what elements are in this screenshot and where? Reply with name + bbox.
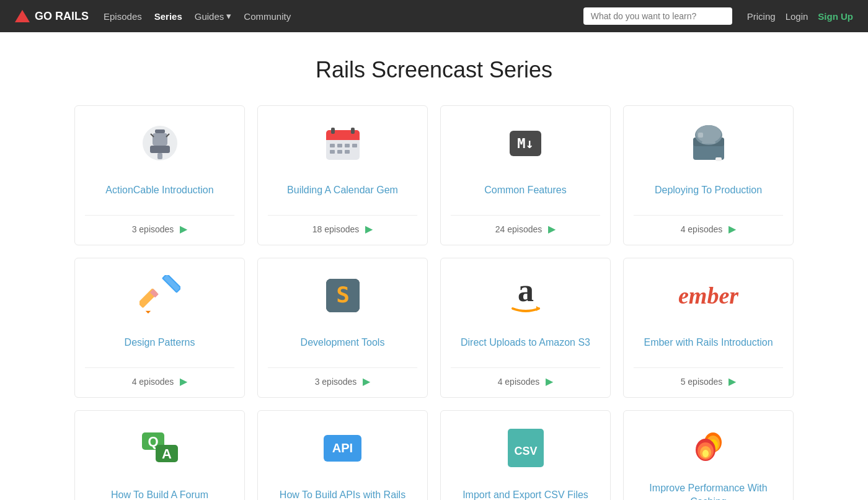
svg-rect-25 (715, 157, 722, 161)
series-footer: 24 episodes ▶ (451, 215, 600, 235)
series-card[interactable]: Building A Calendar Gem 18 episodes ▶ (257, 105, 428, 245)
svg-rect-9 (326, 136, 360, 140)
svg-rect-2 (153, 133, 167, 146)
svg-marker-29 (145, 308, 150, 313)
svg-rect-3 (150, 146, 170, 153)
series-footer: 3 episodes ▶ (268, 367, 417, 387)
svg-rect-23 (702, 141, 715, 144)
svg-rect-27 (163, 275, 180, 291)
nav-login[interactable]: Login (786, 11, 808, 22)
svg-marker-35 (536, 306, 540, 311)
series-title: ActionCable Introduction (105, 175, 213, 205)
episode-count: 3 episodes (315, 377, 357, 387)
play-icon[interactable]: ▶ (365, 223, 373, 235)
svg-rect-12 (330, 144, 335, 147)
series-footer: 4 episodes ▶ (85, 367, 234, 387)
episode-count: 4 episodes (132, 377, 174, 387)
play-icon[interactable]: ▶ (546, 375, 553, 387)
series-card[interactable]: CSV Import and Export CSV Files 4 episod… (440, 410, 611, 500)
svg-rect-10 (331, 128, 335, 134)
series-icon (140, 273, 180, 318)
play-icon[interactable]: ▶ (728, 223, 736, 235)
logo-text: GO RAILS (35, 10, 89, 23)
series-card[interactable]: Design Patterns 4 episodes ▶ (74, 258, 245, 398)
series-title: How To Build A Forum (111, 480, 208, 500)
series-card[interactable]: M↓ Common Features 24 episodes ▶ (440, 105, 611, 245)
search-container (583, 7, 732, 25)
svg-rect-15 (352, 144, 357, 147)
series-title: Ember with Rails Introduction (644, 328, 773, 357)
series-title: Design Patterns (125, 328, 195, 357)
series-icon (688, 121, 729, 165)
series-card[interactable]: S Development Tools 3 episodes ▶ (257, 258, 428, 398)
series-card[interactable]: a Direct Uploads to Amazon S3 4 episodes… (440, 258, 611, 398)
series-grid: ActionCable Introduction 3 episodes ▶ (74, 105, 794, 500)
series-footer: 3 episodes ▶ (85, 215, 234, 235)
episode-count: 18 episodes (312, 224, 360, 234)
svg-rect-11 (351, 128, 355, 134)
svg-text:S: S (336, 282, 350, 307)
series-title: Deploying To Production (655, 175, 762, 205)
svg-rect-17 (337, 150, 342, 154)
series-card[interactable]: API How To Build APIs with Rails 7 episo… (257, 410, 428, 500)
series-footer: 4 episodes ▶ (451, 367, 600, 387)
svg-rect-18 (345, 150, 350, 154)
nav-actions: Pricing Login Sign Up (747, 11, 853, 22)
series-title: Direct Uploads to Amazon S3 (461, 328, 590, 357)
nav-guides[interactable]: Guides ▾ (195, 11, 232, 22)
series-title: Building A Calendar Gem (287, 175, 398, 205)
play-icon[interactable]: ▶ (180, 223, 187, 235)
series-icon: API (324, 426, 361, 470)
series-title: Development Tools (301, 328, 385, 357)
series-icon (688, 426, 729, 470)
svg-rect-1 (155, 129, 165, 133)
nav-episodes[interactable]: Episodes (104, 11, 142, 22)
nav-signup[interactable]: Sign Up (818, 11, 853, 22)
series-icon (141, 121, 179, 165)
logo[interactable]: GO RAILS (15, 10, 89, 23)
nav-links: Episodes Series Guides ▾ Community (104, 11, 569, 22)
series-icon: a (505, 273, 546, 318)
chevron-down-icon: ▾ (226, 11, 231, 22)
episode-count: 5 episodes (681, 377, 723, 387)
main-content: Rails Screencast Series ActionCable Intr… (62, 32, 806, 500)
series-title: Common Features (484, 175, 567, 205)
series-card[interactable]: ActionCable Introduction 3 episodes ▶ (74, 105, 245, 245)
series-title: Import and Export CSV Files (463, 480, 588, 500)
page-title: Rails Screencast Series (74, 57, 794, 83)
play-icon[interactable]: ▶ (548, 223, 556, 235)
series-icon: ember (678, 273, 738, 318)
svg-point-48 (702, 450, 709, 457)
series-icon: CSV (507, 426, 545, 470)
series-title: How To Build APIs with Rails (280, 480, 405, 500)
nav-pricing[interactable]: Pricing (747, 11, 776, 22)
episode-count: 3 episodes (132, 224, 174, 234)
play-icon[interactable]: ▶ (180, 375, 187, 387)
series-card[interactable]: Improve Performance With Caching 3 episo… (623, 410, 794, 500)
svg-rect-13 (337, 144, 342, 147)
svg-text:a: a (518, 275, 534, 308)
play-icon[interactable]: ▶ (363, 375, 370, 387)
svg-rect-4 (157, 153, 162, 159)
series-card[interactable]: ember Ember with Rails Introduction 5 ep… (623, 258, 794, 398)
play-icon[interactable]: ▶ (728, 375, 736, 387)
svg-rect-24 (698, 133, 703, 138)
logo-triangle-icon (15, 10, 30, 22)
series-icon (324, 121, 362, 165)
series-icon: S (324, 273, 362, 318)
series-footer: 4 episodes ▶ (634, 215, 783, 235)
series-footer: 5 episodes ▶ (634, 367, 783, 387)
nav-community[interactable]: Community (244, 11, 291, 22)
svg-text:A: A (162, 446, 172, 462)
svg-rect-14 (345, 144, 350, 147)
series-card[interactable]: Q A How To Build A Forum 7 episodes ▶ (74, 410, 245, 500)
svg-text:CSV: CSV (514, 445, 537, 457)
episode-count: 24 episodes (495, 224, 542, 234)
nav-series[interactable]: Series (154, 11, 182, 22)
search-input[interactable] (583, 7, 732, 25)
series-icon: M↓ (510, 121, 541, 165)
series-title: Improve Performance With Caching (634, 480, 783, 500)
series-card[interactable]: Deploying To Production 4 episodes ▶ (623, 105, 794, 245)
series-footer: 18 episodes ▶ (268, 215, 417, 235)
svg-rect-16 (330, 150, 335, 154)
